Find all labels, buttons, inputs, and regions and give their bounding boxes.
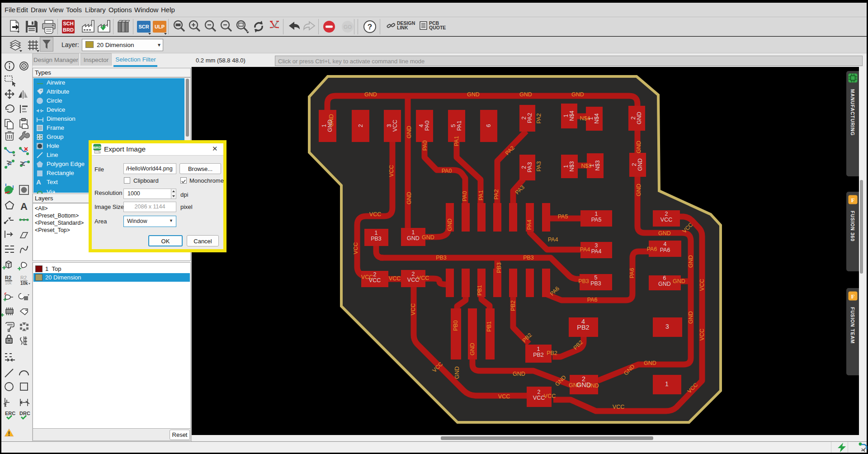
svg-text:VCC: VCC xyxy=(613,404,624,410)
svg-text:GND: GND xyxy=(688,255,694,268)
svg-text:GND: GND xyxy=(513,371,525,377)
svg-text:PA1: PA1 xyxy=(478,190,484,201)
svg-text:PB3: PB3 xyxy=(578,278,589,284)
svg-text:1: 1 xyxy=(412,229,415,236)
svg-text:PA4: PA4 xyxy=(526,220,533,230)
svg-text:SCR: SCR xyxy=(138,24,149,29)
svg-text:VCC: VCC xyxy=(389,275,401,282)
svg-text:PA2: PA2 xyxy=(493,189,500,200)
svg-text:PB1: PB1 xyxy=(476,285,483,296)
svg-text:N$4: N$4 xyxy=(594,113,600,123)
svg-text:GND: GND xyxy=(636,141,642,153)
svg-text:2: 2 xyxy=(358,124,364,127)
svg-text:1: 1 xyxy=(537,346,540,352)
svg-text:2: 2 xyxy=(631,163,637,166)
svg-text:PA5: PA5 xyxy=(558,213,568,220)
svg-text:PB3: PB3 xyxy=(371,236,382,242)
svg-text:PA3: PA3 xyxy=(527,162,533,173)
svg-text:PA5: PA5 xyxy=(591,217,602,223)
svg-text:GND: GND xyxy=(447,218,453,231)
svg-text:F: F xyxy=(851,197,855,203)
svg-text:3: 3 xyxy=(665,323,669,330)
svg-text:GND: GND xyxy=(364,91,377,98)
svg-text:PA1: PA1 xyxy=(456,121,462,131)
svg-text:VCC: VCC xyxy=(407,277,419,283)
svg-text:PA2: PA2 xyxy=(527,113,533,123)
svg-text:VCC: VCC xyxy=(388,165,395,177)
svg-text:VCC: VCC xyxy=(410,303,416,315)
svg-text:2: 2 xyxy=(665,211,668,217)
svg-text:1: 1 xyxy=(589,164,595,167)
svg-text:N$3: N$3 xyxy=(569,161,575,171)
svg-text:VCC: VCC xyxy=(369,277,381,284)
svg-text:10k: 10k xyxy=(5,281,12,285)
svg-text:PA4: PA4 xyxy=(580,246,590,253)
svg-text:GND: GND xyxy=(673,278,685,284)
svg-text:PA2: PA2 xyxy=(536,114,542,124)
svg-text:PA4: PA4 xyxy=(591,248,602,255)
svg-text:VCC: VCC xyxy=(498,393,510,400)
svg-text:1: 1 xyxy=(321,124,327,127)
svg-text:VCC: VCC xyxy=(544,393,556,399)
svg-text:3: 3 xyxy=(595,242,598,249)
svg-text:GND: GND xyxy=(636,184,642,196)
svg-text:PA0: PA0 xyxy=(422,141,428,151)
svg-text:PB3: PB3 xyxy=(496,262,502,273)
svg-text:N$3: N$3 xyxy=(594,160,601,170)
svg-text:GND: GND xyxy=(636,112,642,124)
svg-text:GND: GND xyxy=(644,360,656,366)
svg-text:PB3: PB3 xyxy=(436,255,447,261)
svg-text:GND: GND xyxy=(519,91,532,98)
svg-text:F: F xyxy=(851,293,855,300)
svg-text:R2: R2 xyxy=(20,275,27,280)
svg-text:VCC: VCC xyxy=(533,395,545,401)
svg-text:PA6: PA6 xyxy=(629,268,635,279)
svg-text:PB2: PB2 xyxy=(577,324,589,331)
svg-text:1: 1 xyxy=(375,230,378,236)
svg-text:GND: GND xyxy=(469,343,476,355)
svg-text:GND: GND xyxy=(467,91,480,98)
svg-text:PB2: PB2 xyxy=(510,300,516,311)
svg-text:PA6: PA6 xyxy=(647,246,657,252)
svg-text:GND: GND xyxy=(406,192,412,204)
svg-text:6: 6 xyxy=(663,275,666,281)
svg-text:GND: GND xyxy=(327,119,333,132)
svg-text:ERC: ERC xyxy=(5,411,15,416)
svg-text:PB3: PB3 xyxy=(523,255,534,261)
svg-text:VCC: VCC xyxy=(699,279,705,291)
svg-text:PB2: PB2 xyxy=(533,352,544,358)
svg-text:PB0: PB0 xyxy=(453,320,459,331)
svg-text:GND: GND xyxy=(571,91,584,98)
svg-text:GND: GND xyxy=(407,235,420,241)
svg-text:GND: GND xyxy=(422,234,434,241)
svg-text:GND: GND xyxy=(658,230,671,236)
svg-text:VCC: VCC xyxy=(369,211,381,218)
svg-text:R2: R2 xyxy=(5,275,11,280)
svg-text:VCC: VCC xyxy=(699,329,705,340)
svg-text:?: ? xyxy=(368,23,372,31)
svg-text:DRC: DRC xyxy=(19,411,30,416)
svg-text:PB1: PB1 xyxy=(486,321,492,332)
svg-text:2: 2 xyxy=(521,116,527,119)
svg-text:5: 5 xyxy=(450,124,457,127)
svg-text:GND: GND xyxy=(637,158,643,171)
svg-text:PA1: PA1 xyxy=(453,136,460,147)
svg-text:3: 3 xyxy=(386,124,392,127)
svg-text:4: 4 xyxy=(418,124,425,127)
svg-text:A: A xyxy=(20,201,28,212)
svg-text:PB3: PB3 xyxy=(590,280,601,287)
svg-text:N$4: N$4 xyxy=(569,110,575,121)
svg-text:GND: GND xyxy=(576,381,591,388)
svg-text:1: 1 xyxy=(595,211,598,217)
svg-text:4: 4 xyxy=(664,241,667,247)
svg-text:PA6: PA6 xyxy=(587,297,598,303)
svg-text:2: 2 xyxy=(373,271,377,278)
svg-text:PA0: PA0 xyxy=(442,168,452,174)
svg-text:SCH: SCH xyxy=(63,21,73,26)
svg-text:GND: GND xyxy=(454,366,460,379)
svg-text:2: 2 xyxy=(521,166,527,169)
svg-text:5: 5 xyxy=(594,274,598,281)
svg-text:10k: 10k xyxy=(20,281,28,286)
svg-text:GND: GND xyxy=(688,311,694,324)
svg-text:BRD: BRD xyxy=(93,146,101,150)
